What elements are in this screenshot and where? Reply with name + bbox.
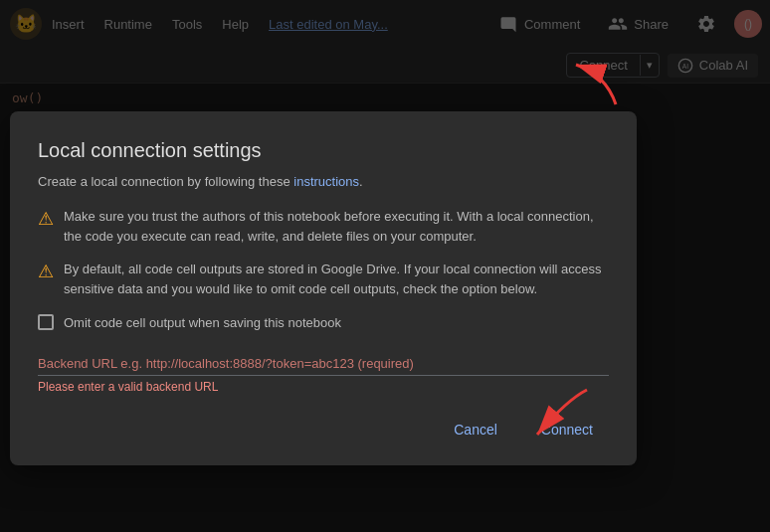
warning-icon-1: ⚠ <box>38 208 54 230</box>
omit-output-checkbox[interactable] <box>38 314 54 330</box>
dialog-subtitle: Create a local connection by following t… <box>38 174 609 189</box>
checkbox-row: Omit code cell output when saving this n… <box>38 314 609 330</box>
modal-overlay: Local connection settings Create a local… <box>0 0 770 532</box>
warning-box-1: ⚠ Make sure you trust the authors of thi… <box>38 207 609 246</box>
warning-text-2: By default, all code cell outputs are st… <box>64 260 609 298</box>
warning-box-2: ⚠ By default, all code cell outputs are … <box>38 260 609 298</box>
subtitle-period: . <box>359 174 363 189</box>
warning-icon-2: ⚠ <box>38 261 54 282</box>
cancel-button[interactable]: Cancel <box>438 414 513 445</box>
subtitle-text: Create a local connection by following t… <box>38 174 293 189</box>
checkbox-label: Omit code cell output when saving this n… <box>64 315 341 330</box>
dialog-title: Local connection settings <box>38 139 609 162</box>
backend-url-input[interactable] <box>38 348 609 376</box>
warning-text-1: Make sure you trust the authors of this … <box>64 207 609 246</box>
arrow-to-input <box>507 380 607 449</box>
local-connection-dialog: Local connection settings Create a local… <box>10 111 637 465</box>
instructions-link[interactable]: instructions <box>293 174 359 189</box>
